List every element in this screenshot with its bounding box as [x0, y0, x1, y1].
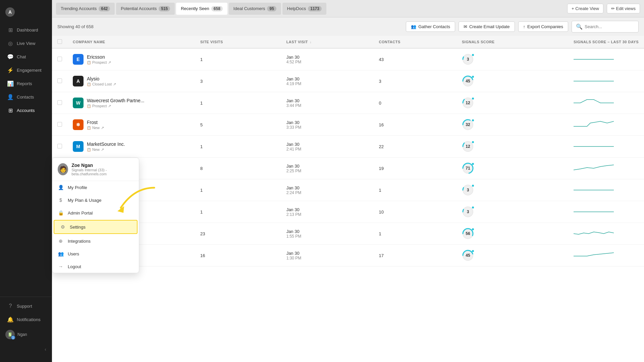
site-visits-cell: 23 [195, 223, 281, 245]
contacts-header[interactable]: CONTACTS [374, 36, 457, 48]
company-logo: W [73, 98, 84, 108]
sidebar-user[interactable]: N 1 Ngan [0, 326, 52, 343]
table-row[interactable]: C Company Six 8 Jan 30 2:25 PM 19 71 [52, 158, 644, 179]
popup-item-label: Users [68, 251, 79, 256]
site-visits-cell: 1 [195, 92, 281, 114]
tab-trending[interactable]: Trending Accounts 642 [56, 3, 115, 15]
contacts-cell: 19 [374, 158, 457, 179]
contacts-cell: 22 [374, 136, 457, 158]
create-view-button[interactable]: + Create View [567, 4, 603, 13]
site-visits-cell: 1 [195, 136, 281, 158]
sidebar-item-notifications[interactable]: 🔔 Notifications [2, 313, 50, 326]
sidebar-item-engagement[interactable]: ⚡ Engagement [2, 64, 50, 76]
checkbox-header[interactable] [52, 36, 67, 48]
sidebar-collapse-button[interactable]: ‹ [0, 343, 52, 355]
last-visit-header[interactable]: LAST VISIT ↓ [281, 36, 374, 48]
score-text: 45 [466, 79, 470, 83]
row-checkbox[interactable] [52, 48, 67, 70]
row-checkbox[interactable] [52, 136, 67, 158]
row-checkbox[interactable] [52, 70, 67, 92]
edit-views-button[interactable]: ✏ Edit views [607, 4, 640, 13]
last-visit-time: 1:55 PM [286, 234, 368, 239]
popup-item-label: Admin Portal [68, 210, 93, 216]
site-visits-header[interactable]: SITE VISITS [195, 36, 281, 48]
company-name: Wavecrest Growth Partne... [87, 98, 144, 103]
sidebar-item-chat[interactable]: 💬 Chat [2, 50, 50, 63]
score-text: 32 [466, 122, 470, 127]
sidebar-nav: ⊞ Dashboard ◎ Live View 💬 Chat ⚡ Engagem… [0, 23, 52, 297]
gather-contacts-icon: 👥 [411, 24, 416, 29]
popup-item-admin-portal[interactable]: 🔒 Admin Portal [52, 206, 139, 219]
score-ring: 32 [462, 119, 474, 131]
score-text: 45 [466, 253, 470, 258]
company-cell[interactable]: ❄ Frost 📋New ↗ [67, 114, 195, 136]
tabs-bar: Trending Accounts 642 Potential Accounts… [52, 0, 644, 17]
company-cell[interactable]: E Ericsson 📋Prospect ↗ [67, 48, 195, 70]
score-ring: 12 [462, 140, 474, 153]
last-visit-time: 2:13 PM [286, 212, 368, 217]
popup-item-my-plan[interactable]: $ My Plan & Usage [52, 194, 139, 206]
table-row[interactable]: W Wavecrest Growth Partne... 📋Prospect ↗… [52, 92, 644, 114]
tab-helpdocs[interactable]: HelpDocs 1173 [282, 3, 326, 15]
sidebar-item-support[interactable]: ? Support [2, 300, 50, 312]
last-visit-date: Jan 30 [286, 120, 368, 125]
company-name-header[interactable]: COMPANY NAME [67, 36, 195, 48]
support-icon: ? [7, 303, 13, 309]
table-row[interactable]: ❄ Frost 📋New ↗ 5 Jan 30 3:33 PM 16 32 [52, 114, 644, 136]
table-row[interactable]: E Ericsson 📋Prospect ↗ 1 Jan 30 4:52 PM … [52, 48, 644, 70]
score-dot [472, 228, 474, 230]
sidebar-item-dashboard[interactable]: ⊞ Dashboard [2, 23, 50, 36]
contacts-cell: 43 [374, 48, 457, 70]
tag-icon: 📋 [87, 61, 91, 64]
signals-score-30days-header[interactable]: SIGNALS SCORE – LAST 30 DAYS [568, 36, 644, 48]
search-box[interactable]: 🔍 [572, 21, 639, 33]
popup-item-my-profile[interactable]: 👤 My Profile [52, 181, 139, 194]
company-cell[interactable]: A Alysio 📋Closed Lost ↗ [67, 70, 195, 92]
external-link-icon: ↗ [113, 82, 116, 86]
last-visit-cell: Jan 30 1:55 PM [281, 223, 374, 245]
sidebar-item-reports[interactable]: 📊 Reports [2, 77, 50, 90]
gather-contacts-button[interactable]: 👥 Gather Contacts [406, 21, 455, 32]
sidebar-item-live-view[interactable]: ◎ Live View [2, 37, 50, 50]
sparkline-cell [568, 158, 644, 179]
sidebar-item-accounts[interactable]: ⊞ Accounts [2, 104, 50, 117]
accounts-icon: ⊞ [7, 107, 13, 113]
company-cell[interactable]: W Wavecrest Growth Partne... 📋Prospect ↗ [67, 92, 195, 114]
site-visits-cell: 5 [195, 114, 281, 136]
collapse-icon: ‹ [45, 347, 46, 352]
table-row[interactable]: C Company Eight 1 Jan 30 2:13 PM 10 3 [52, 201, 644, 223]
tab-potential[interactable]: Potential Accounts 515 [116, 3, 175, 15]
tab-label: Ideal Customers [233, 6, 265, 11]
sidebar-item-contacts[interactable]: 👤 Contacts [2, 90, 50, 103]
signals-score-header[interactable]: SIGNALS SCORE [457, 36, 568, 48]
popup-item-settings[interactable]: ⚙ Settings [54, 220, 138, 234]
popup-item-integrations[interactable]: ⊕ Integrations [52, 235, 139, 247]
table-row[interactable]: A Alysio 📋Closed Lost ↗ 3 Jan 30 4:19 PM… [52, 70, 644, 92]
tab-ideal[interactable]: Ideal Customers 95 [229, 3, 281, 15]
tab-recently-seen[interactable]: Recently Seen 658 [176, 3, 227, 15]
signals-score-cell: 3 [457, 48, 568, 70]
company-cell[interactable]: M MarketSource Inc. 📋New ↗ [67, 136, 195, 158]
table-row[interactable]: C Company Nine 23 Jan 30 1:55 PM 1 56 [52, 223, 644, 245]
score-ring: 45 [462, 75, 474, 87]
tag-icon: 📋 [87, 82, 91, 86]
sparkline-cell [568, 201, 644, 223]
export-button[interactable]: ↑ Export Companies [518, 21, 568, 32]
signals-score-cell: 3 [457, 201, 568, 223]
score-dot [472, 163, 474, 165]
toolbar: Showing 40 of 658 👥 Gather Contacts ✉ Cr… [52, 17, 644, 36]
table-row[interactable]: C Company Ten 16 Jan 30 1:30 PM 17 45 [52, 245, 644, 266]
popup-item-logout[interactable]: → Logout [52, 260, 139, 273]
row-checkbox[interactable] [52, 92, 67, 114]
search-input[interactable] [585, 24, 634, 29]
reports-icon: 📊 [7, 80, 13, 86]
external-link-icon: ↗ [108, 60, 111, 65]
table-row[interactable]: C Company Seven 1 Jan 30 2:24 PM 1 3 [52, 179, 644, 201]
last-visit-date: Jan 30 [286, 98, 368, 103]
row-checkbox[interactable] [52, 114, 67, 136]
notification-badge: 1 [11, 335, 15, 340]
create-email-button[interactable]: ✉ Create Email Update [459, 21, 515, 32]
popup-item-users[interactable]: 👥 Users [52, 247, 139, 260]
company-info: Ericsson 📋Prospect ↗ [87, 54, 111, 65]
table-row[interactable]: M MarketSource Inc. 📋New ↗ 1 Jan 30 2:41… [52, 136, 644, 158]
